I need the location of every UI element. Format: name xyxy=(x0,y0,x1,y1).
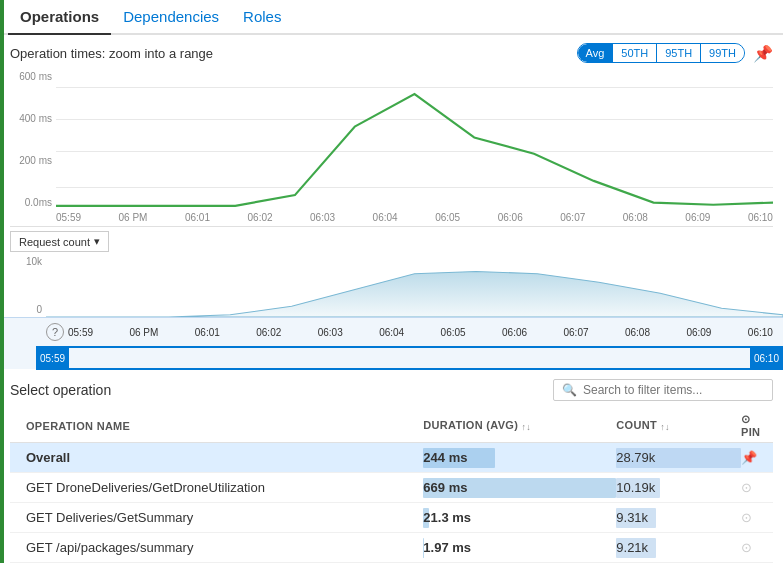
duration-text-packages: 1.97 ms xyxy=(423,540,471,555)
y-label-600: 600 ms xyxy=(10,71,52,82)
duration-text-drone: 669 ms xyxy=(423,480,467,495)
pin-packages[interactable]: ⊙ xyxy=(733,533,773,563)
chart-y-labels: 600 ms 400 ms 200 ms 0.0ms xyxy=(10,67,56,226)
tl-label-0610: 06:10 xyxy=(748,327,773,338)
request-count-button[interactable]: Request count ▾ xyxy=(10,231,109,252)
pin-drone[interactable]: ⊙ xyxy=(733,473,773,503)
ops-title: Select operation xyxy=(10,382,111,398)
col-operation-name: OPERATION NAME xyxy=(18,409,415,443)
request-chart-section: Request count ▾ 10k 0 xyxy=(0,227,783,317)
indicator-cell-3 xyxy=(10,503,18,533)
chevron-down-icon: ▾ xyxy=(94,235,100,248)
timeline-inner: ? 05:59 06 PM 06:01 06:02 06:03 06:04 06… xyxy=(0,318,783,369)
stat-btn-avg[interactable]: Avg xyxy=(578,44,613,62)
search-icon: 🔍 xyxy=(562,383,577,397)
duration-text-deliveries: 21.3 ms xyxy=(423,510,471,525)
search-box[interactable]: 🔍 xyxy=(553,379,773,401)
x-label-0608: 06:08 xyxy=(623,212,648,223)
count-cell-packages: 9.21k xyxy=(608,533,733,563)
tl-label-0602: 06:02 xyxy=(256,327,281,338)
stat-btn-99th[interactable]: 99TH xyxy=(700,44,744,62)
timeline-selected-bar xyxy=(36,346,783,370)
table-row[interactable]: GET DroneDeliveries/GetDroneUtilization … xyxy=(10,473,773,503)
tab-operations[interactable]: Operations xyxy=(8,0,111,35)
sort-icon-count: ↑↓ xyxy=(660,422,670,432)
sort-icon-duration: ↑↓ xyxy=(522,422,532,432)
ops-header: Select operation 🔍 xyxy=(10,379,773,401)
table-row[interactable]: GET /api/packages/summary 1.97 ms 9.21k … xyxy=(10,533,773,563)
request-chart: 10k 0 xyxy=(0,252,783,317)
tl-label-0606: 06:06 xyxy=(502,327,527,338)
chart-x-labels: 05:59 06 PM 06:01 06:02 06:03 06:04 06:0… xyxy=(56,208,773,226)
table-row[interactable]: Overall 244 ms 28.79k 📌 xyxy=(10,443,773,473)
timeline-help: ? xyxy=(46,323,68,341)
chart-header: Operation times: zoom into a range Avg 5… xyxy=(10,43,773,63)
stat-btn-95th[interactable]: 95TH xyxy=(656,44,700,62)
x-label-0606: 06:06 xyxy=(498,212,523,223)
count-text-overall: 28.79k xyxy=(616,450,655,465)
request-chart-y: 10k 0 xyxy=(0,252,46,317)
request-count-label: Request count xyxy=(19,236,90,248)
tl-label-0609: 06:09 xyxy=(686,327,711,338)
tl-label-0603: 06:03 xyxy=(318,327,343,338)
table-body: Overall 244 ms 28.79k 📌 GET DroneDeliver… xyxy=(10,443,773,563)
request-chart-canvas xyxy=(46,252,783,317)
duration-cell-drone: 669 ms xyxy=(415,473,608,503)
op-name-deliveries: GET Deliveries/GetSummary xyxy=(18,503,415,533)
stat-btn-50th[interactable]: 50TH xyxy=(612,44,656,62)
x-label-0603: 06:03 xyxy=(310,212,335,223)
duration-cell-deliveries: 21.3 ms xyxy=(415,503,608,533)
y-label-400: 400 ms xyxy=(10,113,52,124)
timeline-top-row: ? 05:59 06 PM 06:01 06:02 06:03 06:04 06… xyxy=(0,318,783,346)
pin-deliveries[interactable]: ⊙ xyxy=(733,503,773,533)
op-name-overall: Overall xyxy=(18,443,415,473)
indicator-cell xyxy=(10,443,18,473)
x-label-0601: 06:01 xyxy=(185,212,210,223)
timeline-handle-right[interactable]: 06:10 xyxy=(750,346,783,370)
y-label-200: 200 ms xyxy=(10,155,52,166)
count-text-packages: 9.21k xyxy=(616,540,648,555)
req-y-0: 0 xyxy=(0,304,42,315)
count-cell-deliveries: 9.31k xyxy=(608,503,733,533)
col-count[interactable]: COUNT ↑↓ xyxy=(608,409,733,443)
tl-label-0608: 06:08 xyxy=(625,327,650,338)
tl-label-0559: 05:59 xyxy=(68,327,93,338)
tl-label-0604: 06:04 xyxy=(379,327,404,338)
search-input[interactable] xyxy=(583,383,764,397)
ops-section: Select operation 🔍 OPERATION NAME DURATI… xyxy=(0,369,783,563)
tl-label-0607: 06:07 xyxy=(564,327,589,338)
svg-marker-0 xyxy=(46,272,783,318)
indicator-cell-2 xyxy=(10,473,18,503)
count-cell-overall: 28.79k xyxy=(608,443,733,473)
table-row[interactable]: GET Deliveries/GetSummary 21.3 ms 9.31k … xyxy=(10,503,773,533)
col-duration[interactable]: DURATION (AVG) ↑↓ xyxy=(415,409,608,443)
x-label-0610: 06:10 xyxy=(748,212,773,223)
indicator-cell-4 xyxy=(10,533,18,563)
tl-label-0605: 06:05 xyxy=(441,327,466,338)
x-label-0559: 05:59 xyxy=(56,212,81,223)
chart-canvas xyxy=(56,67,773,208)
x-label-0604: 06:04 xyxy=(373,212,398,223)
chart-controls: Avg 50TH 95TH 99TH 📌 xyxy=(577,43,773,63)
x-label-0607: 06:07 xyxy=(560,212,585,223)
x-label-0609: 06:09 xyxy=(685,212,710,223)
timeline-section: ? 05:59 06 PM 06:01 06:02 06:03 06:04 06… xyxy=(0,317,783,369)
pin-icon[interactable]: 📌 xyxy=(753,44,773,63)
req-y-10k: 10k xyxy=(0,256,42,267)
pin-col-icon: ⊙ xyxy=(741,413,750,425)
count-cell-drone: 10.19k xyxy=(608,473,733,503)
tab-roles[interactable]: Roles xyxy=(231,0,293,35)
help-icon[interactable]: ? xyxy=(46,323,64,341)
col-pin: ⊙ PIN xyxy=(733,409,773,443)
tab-dependencies[interactable]: Dependencies xyxy=(111,0,231,35)
indicator-col-header xyxy=(10,409,18,443)
duration-cell-overall: 244 ms xyxy=(415,443,608,473)
timeline-handle-left[interactable]: 05:59 xyxy=(36,346,69,370)
count-text-deliveries: 9.31k xyxy=(616,510,648,525)
chart-title: Operation times: zoom into a range xyxy=(10,46,213,61)
x-label-0605: 06:05 xyxy=(435,212,460,223)
count-text-drone: 10.19k xyxy=(616,480,655,495)
op-name-packages: GET /api/packages/summary xyxy=(18,533,415,563)
tl-label-0601: 06:01 xyxy=(195,327,220,338)
main-chart: 600 ms 400 ms 200 ms 0.0ms 05:59 06 PM 0… xyxy=(10,67,773,227)
